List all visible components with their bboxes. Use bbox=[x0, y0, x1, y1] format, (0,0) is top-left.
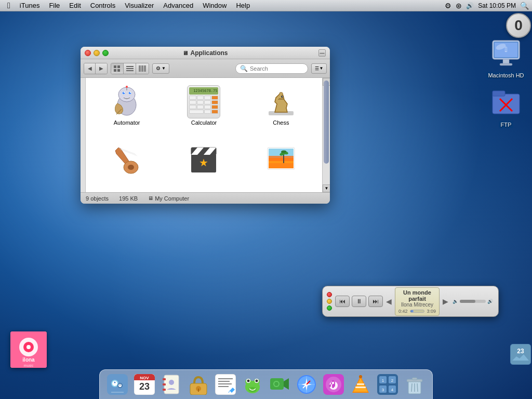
column-view-button[interactable] bbox=[136, 63, 149, 74]
svg-point-30 bbox=[126, 86, 128, 88]
rewind-button[interactable]: ⏮ bbox=[335, 296, 350, 307]
album-art: ilona music bbox=[10, 331, 47, 368]
filter-button[interactable]: ☰▼ bbox=[311, 63, 327, 74]
dock: NOV 23 bbox=[99, 369, 433, 399]
close-button[interactable] bbox=[85, 50, 91, 56]
search-icon[interactable]: 🔍 bbox=[520, 2, 529, 10]
svg-point-28 bbox=[130, 92, 131, 93]
menubar-advanced[interactable]: Advanced bbox=[159, 1, 197, 10]
file-item-calculator[interactable]: 12345678.75 Calculator bbox=[168, 83, 240, 136]
next-track-arrow[interactable]: ▶ bbox=[443, 297, 448, 305]
photo-icon bbox=[264, 143, 298, 177]
clock: Sat 10:05 PM bbox=[478, 2, 516, 9]
fast-forward-button[interactable]: ⏭ bbox=[368, 296, 383, 307]
prev-track-arrow[interactable]: ◀ bbox=[386, 297, 392, 305]
calc-display: 12345678.75 bbox=[189, 87, 218, 95]
finder-scrollbar[interactable]: ▲ ▼ bbox=[322, 78, 330, 192]
player-info: Un monde parfait Ilona Mitrecey 0:42 3:0… bbox=[395, 287, 440, 316]
disk-size: 195 KB bbox=[119, 195, 138, 202]
player-minimize-dot[interactable] bbox=[327, 299, 332, 304]
player-zoom-dot[interactable] bbox=[327, 305, 332, 311]
player-arrow-left: ◀ bbox=[386, 296, 392, 307]
chess-icon bbox=[264, 85, 298, 118]
calculator-icon: 12345678.75 bbox=[187, 85, 220, 118]
album-corner[interactable]: ilona music bbox=[10, 331, 47, 368]
finder-window: 🖥 Applications — ◀ ▶ bbox=[81, 47, 330, 204]
player-volume: 🔈 🔊 bbox=[451, 299, 494, 304]
search-box[interactable]: 🔍 bbox=[235, 63, 308, 74]
menubar-itunes[interactable]: iTunes bbox=[16, 1, 44, 10]
dock-item-vlc[interactable] bbox=[348, 372, 373, 397]
list-view-button[interactable] bbox=[124, 63, 136, 74]
wifi-icon: ⊛ bbox=[456, 2, 462, 10]
action-button[interactable]: ⚙▼ bbox=[152, 63, 169, 74]
dock-item-addressbook[interactable] bbox=[159, 372, 184, 397]
play-pause-button[interactable]: ⏸ bbox=[352, 296, 366, 307]
svg-point-27 bbox=[124, 92, 125, 93]
menubar-edit[interactable]: Edit bbox=[65, 1, 85, 10]
svg-rect-13 bbox=[114, 69, 116, 72]
scrollbar-thumb[interactable] bbox=[324, 81, 329, 164]
svg-text:NOV: NOV bbox=[140, 376, 149, 380]
progress-bar[interactable] bbox=[410, 310, 425, 313]
volume-high-icon: 🔊 bbox=[487, 299, 493, 304]
dock-item-safari[interactable] bbox=[294, 372, 319, 397]
svg-point-96 bbox=[256, 380, 258, 382]
track-name: Un monde parfait bbox=[398, 289, 436, 302]
macintosh-hd-label: Macintosh HD bbox=[486, 72, 526, 79]
svg-rect-12 bbox=[117, 65, 120, 68]
svg-text:3: 3 bbox=[382, 388, 384, 392]
nav-group: ◀ ▶ bbox=[84, 63, 108, 74]
volume-slider[interactable] bbox=[460, 300, 486, 303]
file-item-guitar[interactable] bbox=[91, 141, 163, 187]
object-count: 9 objects bbox=[86, 195, 109, 202]
menubar-file[interactable]: File bbox=[45, 1, 64, 10]
menubar-window[interactable]: Window bbox=[198, 1, 231, 10]
dock-item-adium[interactable] bbox=[240, 372, 265, 397]
svg-rect-18 bbox=[139, 65, 141, 72]
finder-collapse-button[interactable]: — bbox=[318, 49, 326, 57]
svg-line-131 bbox=[411, 383, 412, 392]
dock-item-finder[interactable] bbox=[105, 372, 130, 397]
dock-item-ical[interactable]: NOV 23 bbox=[132, 372, 157, 397]
svg-rect-17 bbox=[126, 70, 134, 71]
desktop-icon-macintosh[interactable]:  Macintosh HD bbox=[485, 36, 527, 79]
menubar-right: ⚙ ⊛ 🔊 Sat 10:05 PM 🔍 bbox=[445, 2, 529, 10]
desktop-icon-ftp[interactable]: FTP bbox=[485, 86, 527, 128]
file-item-imovie[interactable]: ★ bbox=[168, 141, 240, 187]
minimize-button[interactable] bbox=[94, 50, 100, 56]
svg-point-101 bbox=[274, 382, 278, 386]
finder-titlebar: 🖥 Applications — bbox=[81, 47, 330, 59]
apple-menu[interactable]:  bbox=[3, 1, 15, 10]
file-item-automator[interactable]: Automator bbox=[91, 83, 163, 136]
scroll-down-arrow[interactable]: ▼ bbox=[323, 184, 330, 192]
svg-point-33 bbox=[281, 96, 283, 98]
player-progress-row: 0:42 3:09 bbox=[398, 309, 436, 314]
dock-item-spaces[interactable]: 1 2 3 4 bbox=[375, 372, 400, 397]
menubar-controls[interactable]: Controls bbox=[86, 1, 119, 10]
svg-text:2: 2 bbox=[391, 378, 394, 383]
dock-item-ichat[interactable] bbox=[267, 372, 292, 397]
forward-button[interactable]: ▶ bbox=[96, 63, 107, 74]
chess-label: Chess bbox=[273, 119, 289, 126]
dock-item-trash[interactable] bbox=[402, 372, 427, 397]
scrollbar-track[interactable] bbox=[323, 78, 330, 192]
gear-icon[interactable]: ⚙ bbox=[445, 2, 451, 10]
menubar-help[interactable]: Help bbox=[232, 1, 254, 10]
icon-view-button[interactable] bbox=[111, 63, 124, 74]
dock-item-keychain[interactable] bbox=[186, 372, 211, 397]
dock-item-itunes[interactable] bbox=[321, 372, 346, 397]
search-input[interactable] bbox=[250, 65, 303, 72]
player-close-dot[interactable] bbox=[327, 292, 332, 297]
svg-rect-79 bbox=[163, 389, 166, 391]
back-button[interactable]: ◀ bbox=[84, 63, 96, 74]
svg-rect-87 bbox=[218, 383, 232, 384]
itunes-player: ⏮ ⏸ ⏭ ◀ Un monde parfait Ilona Mitrecey … bbox=[322, 286, 499, 317]
zoom-button[interactable] bbox=[102, 50, 109, 56]
file-item-chess[interactable]: Chess bbox=[245, 83, 317, 136]
menubar-visualizer[interactable]: Visualizer bbox=[121, 1, 158, 10]
monitor-icon:  bbox=[489, 36, 523, 70]
svg-rect-14 bbox=[117, 69, 120, 72]
file-item-iphoto[interactable] bbox=[245, 141, 317, 187]
dock-item-textedit[interactable] bbox=[213, 372, 238, 397]
